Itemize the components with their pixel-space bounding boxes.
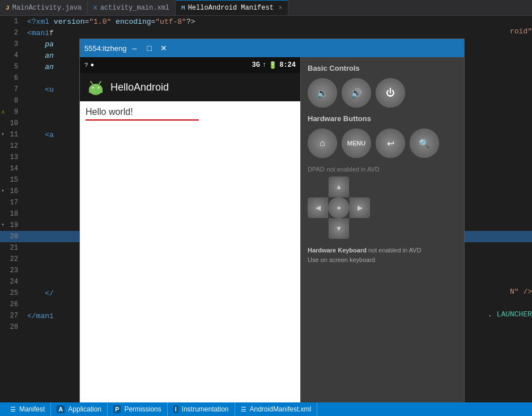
line-num-16: ▾16 (0, 187, 23, 195)
home-button[interactable]: ⌂ (308, 128, 337, 158)
dpad-up-button[interactable]: ▲ (329, 177, 349, 197)
svg-point-2 (92, 87, 94, 89)
line-num-11: ▾11 (0, 131, 23, 139)
line-num-2: 2 (0, 29, 23, 37)
network-up-icon: ↑ (262, 61, 266, 69)
volume-up-button[interactable]: 🔊 (342, 78, 371, 108)
status-tab-androidmanifest-label: AndroidManifest.xml (250, 405, 312, 413)
menu-button[interactable]: MENU (342, 128, 371, 158)
app-title: HelloAndroid (110, 82, 169, 93)
hw-buttons-row: ⌂ MENU ↩ 🔍 (308, 128, 457, 158)
tab-activityxml-label: activity_main.xml (100, 4, 169, 12)
line-num-12: 12 (0, 142, 23, 150)
line-num-20: 20 (0, 233, 23, 241)
status-tab-permissions[interactable]: P Permissions (108, 402, 168, 416)
status-right: 3G ↑ 🔋 8:24 (252, 61, 296, 70)
status-tab-permissions-label: Permissions (124, 405, 161, 413)
fold-icon-16[interactable]: ▾ (1, 187, 5, 194)
tab-mainactivity[interactable]: J MainActivity.java (0, 0, 88, 15)
instrumentation-prefix: I (173, 405, 178, 413)
signal-dot: ● (91, 62, 95, 68)
editor-tabs: J MainActivity.java X activity_main.xml … (0, 0, 532, 16)
clock: 8:24 (279, 61, 296, 69)
basic-controls-row: 🔈 🔊 ⏻ (308, 78, 457, 108)
line-content-25: </ (23, 289, 54, 298)
tab-close-icon[interactable]: × (279, 5, 282, 11)
manifest-tab-icon: ☰ (10, 406, 16, 413)
dpad-container: ▲ ◀ ● ▶ ▼ (308, 177, 370, 239)
dpad-right-button[interactable]: ▶ (350, 198, 370, 218)
line-num-27: 27 (0, 312, 23, 320)
dpad-left-button[interactable]: ◀ (308, 198, 328, 218)
status-tab-androidmanifest[interactable]: ☰ AndroidManifest.xml (235, 402, 318, 416)
java-icon: J (6, 5, 10, 11)
emulator-body: ? ● 3G ↑ 🔋 8:24 (80, 57, 464, 402)
line-num-9: ⚠9 (0, 108, 23, 116)
battery-icon: 🔋 (269, 61, 277, 70)
android-logo-icon (87, 78, 105, 96)
controls-panel: Basic Controls 🔈 🔊 ⏻ Hardware Buttons ⌂ … (301, 57, 464, 402)
xml-icon: X (93, 5, 97, 11)
line-num-26: 26 (0, 301, 23, 308)
line-num-4: 4 (0, 52, 23, 59)
signal-icon: ? (84, 62, 88, 68)
emulator-minimize-button[interactable]: – (127, 41, 141, 55)
svg-line-5 (99, 82, 101, 84)
line-num-1: 1 (0, 18, 23, 25)
hw-buttons-title: Hardware Buttons (308, 114, 457, 123)
line-num-5: 5 (0, 63, 23, 71)
line-content-5: an (23, 63, 54, 71)
line-content-2: <manif (23, 29, 54, 37)
status-tab-instrumentation[interactable]: I Instrumentation (168, 402, 235, 416)
tab-mainactivity-label: MainActivity.java (12, 4, 82, 12)
line-num-3: 3 (0, 40, 23, 48)
dpad-down-button[interactable]: ▼ (329, 218, 349, 239)
status-tab-application[interactable]: A Application (51, 402, 108, 416)
status-tab-instrumentation-label: Instrumentation (182, 405, 229, 413)
fold-icon-11[interactable]: ▾ (1, 131, 5, 138)
line-num-7: 7 (0, 85, 23, 93)
tab-manifest[interactable]: M HelloAndroid Manifest × (176, 0, 288, 15)
power-button[interactable]: ⏻ (376, 78, 405, 108)
keyboard-title: Hardware Keyboard (308, 247, 367, 254)
back-button[interactable]: ↩ (376, 128, 405, 158)
emulator-close-button[interactable]: ✕ (157, 41, 171, 55)
status-tab-manifest[interactable]: ☰ Manifest (5, 402, 51, 416)
line-num-22: 22 (0, 255, 23, 263)
line-num-14: 14 (0, 165, 23, 173)
svg-line-4 (91, 82, 92, 84)
fold-icon-19[interactable]: ▾ (1, 221, 5, 228)
application-prefix: A (57, 405, 65, 413)
line-num-15: 15 (0, 176, 23, 184)
volume-down-button[interactable]: 🔈 (308, 78, 337, 108)
dpad-section: DPAD not enabled in AVD ▲ ◀ ● ▶ ▼ (308, 165, 457, 239)
keyboard-note: Use on screen keyboard (308, 256, 375, 263)
network-icon: 3G (252, 61, 260, 69)
emulator-restore-button[interactable]: □ (142, 41, 156, 55)
line-num-23: 23 (0, 267, 23, 275)
line-num-6: 6 (0, 74, 23, 82)
line-num-25: 25 (0, 289, 23, 297)
tab-activityxml[interactable]: X activity_main.xml (88, 0, 176, 15)
line-num-28: 28 (0, 323, 23, 331)
keyboard-info: Hardware Keyboard not enabled in AVD Use… (308, 246, 457, 264)
dpad-center-button[interactable]: ● (328, 197, 350, 218)
basic-controls-title: Basic Controls (308, 64, 457, 72)
status-left: ? ● (84, 62, 94, 68)
search-button[interactable]: 🔍 (410, 128, 439, 158)
code-line-2: 2 <manif (0, 27, 532, 38)
code-line-1: 1 <?xml version="1.0" encoding="utf-8"?> (0, 16, 532, 27)
status-tab-application-label: Application (68, 405, 101, 413)
line-num-19: ▾19 (0, 221, 23, 229)
warning-icon: ⚠ (1, 108, 5, 115)
phone-actionbar: HelloAndroid (80, 73, 300, 101)
emulator-title: 5554:itzheng (84, 44, 126, 53)
line-num-18: 18 (0, 210, 23, 218)
status-tab-manifest-label: Manifest (19, 405, 45, 413)
tab-manifest-label: HelloAndroid Manifest (188, 4, 274, 12)
line-num-10: 10 (0, 119, 23, 127)
keyboard-disabled-label: not enabled in AVD (368, 247, 421, 254)
line-num-24: 24 (0, 278, 23, 286)
line-content-4: an (23, 52, 54, 60)
line-num-21: 21 (0, 244, 23, 252)
